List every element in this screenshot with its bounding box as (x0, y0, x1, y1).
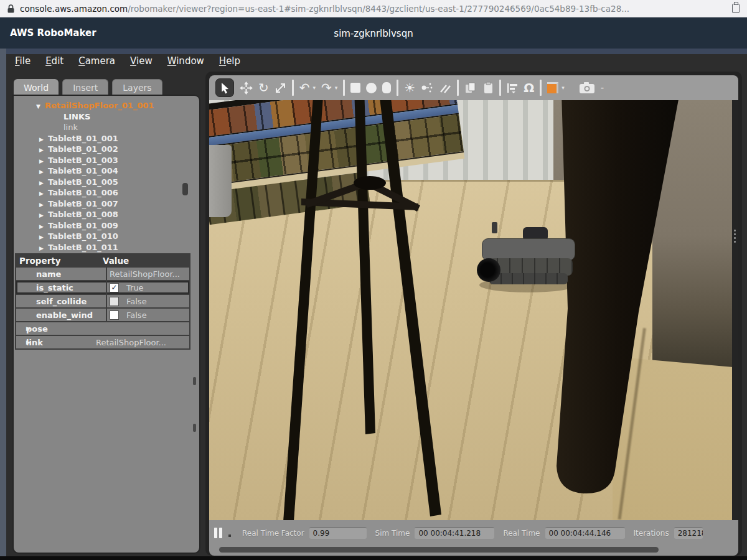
toolbar-separator (343, 80, 345, 96)
expanded-arrow-icon[interactable]: ▼ (36, 101, 45, 113)
scale-tool-icon[interactable] (275, 82, 286, 94)
lock-icon (7, 4, 14, 13)
collapsed-arrow-icon[interactable]: ▶ (16, 325, 26, 332)
select-tool-icon[interactable] (215, 78, 234, 97)
redo-dropdown-icon[interactable]: ▾ (335, 85, 338, 91)
tree-item-tabletb-006[interactable]: ▶TabletB_01_006 (14, 187, 199, 198)
bottom-edge-strip (0, 556, 747, 560)
box-shape-icon[interactable] (350, 83, 360, 93)
tab-world[interactable]: World (14, 79, 59, 96)
iterations-value: 281218 (674, 527, 703, 539)
cylinder-shape-icon[interactable] (382, 82, 391, 93)
collapsed-arrow-icon: ▶ (39, 210, 48, 222)
view-angle-icon[interactable] (547, 82, 558, 93)
tree-item-tabletb-011[interactable]: ▶TabletB_01_011 (14, 242, 199, 253)
toolbar-overflow-icon[interactable]: - (601, 82, 604, 94)
redo-icon[interactable]: ↷ (321, 82, 332, 94)
tree-item-tabletb-004[interactable]: ▶TabletB_01_004 (14, 166, 199, 177)
tab-layers[interactable]: Layers (112, 79, 162, 96)
collapsed-arrow-icon: ▶ (39, 189, 48, 200)
tab-insert[interactable]: Insert (62, 79, 108, 96)
property-column-header: Property (16, 256, 103, 266)
property-grid-header: Property Value (16, 254, 189, 266)
left-edge-strip (0, 49, 6, 556)
check-icon: ✓ (111, 283, 117, 292)
panel-tabs: World Insert Layers (14, 79, 162, 96)
undo-icon[interactable]: ↶ (299, 82, 310, 94)
browser-url-bar[interactable]: console.aws.amazon.com/robomaker/viewer?… (0, 0, 747, 17)
real-time-value: 00 00:04:44.146 (545, 527, 625, 539)
property-row-self-collide[interactable]: self_collide False (16, 294, 189, 307)
menu-camera[interactable]: Camera (78, 55, 115, 67)
property-row-pose[interactable]: ▶ pose (16, 321, 189, 335)
property-row-is-static[interactable]: is_static ✓ True (16, 280, 189, 294)
spot-light-icon[interactable] (421, 82, 433, 93)
translate-tool-icon[interactable] (240, 82, 253, 95)
menu-view[interactable]: View (130, 55, 153, 67)
enable-wind-checkbox[interactable] (110, 310, 119, 320)
tree-item-retailshopfloor[interactable]: ▼RetailShopFloor_01_001 (14, 100, 199, 111)
tree-item-tabletb-008[interactable]: ▶TabletB_01_008 (14, 209, 199, 220)
undo-dropdown-icon[interactable]: ▾ (313, 85, 316, 91)
point-light-icon[interactable]: ☀ (404, 82, 415, 94)
rotate-tool-icon[interactable]: ↻ (258, 82, 269, 94)
collapsed-arrow-icon[interactable]: ▶ (16, 339, 26, 345)
tree-scrollbar-thumb[interactable] (182, 183, 188, 195)
tree-item-link[interactable]: link (14, 122, 199, 133)
tree-item-tabletb-003[interactable]: ▶TabletB_01_003 (14, 155, 199, 166)
toolbar-separator (499, 80, 501, 96)
gazebo-3d-scene[interactable] (209, 100, 738, 520)
tree-item-tabletb-005[interactable]: ▶TabletB_01_005 (14, 177, 199, 188)
viewport-right-scrollbar[interactable] (732, 100, 738, 520)
collapsed-arrow-icon: ▶ (39, 145, 48, 156)
snap-tool-icon[interactable]: Ω (524, 82, 534, 94)
clipboard-icon[interactable] (732, 4, 740, 13)
header-divider (0, 49, 747, 54)
menu-window[interactable]: Window (167, 55, 204, 67)
gazebo-toolbar: ↻ ↶ ▾ ↷ ▾ ☀ (209, 75, 738, 100)
paste-icon[interactable] (482, 82, 494, 94)
browser-window: console.aws.amazon.com/robomaker/viewer?… (0, 0, 747, 560)
toolbar-separator (292, 80, 294, 96)
property-row-link[interactable]: ▶ link RetailShopFloor... (16, 335, 189, 348)
panel-scroll-mark (193, 377, 196, 385)
tree-item-links[interactable]: LINKS (14, 111, 199, 123)
sphere-shape-icon[interactable] (366, 83, 377, 93)
sim-time-value: 00 00:04:41.218 (415, 527, 494, 539)
property-row-enable-wind[interactable]: enable_wind False (16, 307, 189, 321)
tree-item-tabletb-001[interactable]: ▶TabletB_01_001 (14, 133, 199, 144)
horizontal-scrollbar-thumb[interactable] (219, 547, 659, 553)
menu-help[interactable]: Help (219, 55, 240, 67)
step-dot (228, 534, 231, 537)
self-collide-checkbox[interactable] (110, 297, 119, 306)
turtlebot-robot (482, 222, 576, 288)
tree-item-tabletb-009[interactable]: ▶TabletB_01_009 (14, 220, 199, 231)
menu-file[interactable]: File (15, 55, 31, 67)
menu-bar: File Edit Camera View Window Help (15, 55, 240, 67)
robot-base-layer (489, 273, 568, 284)
table-leg-pillar (557, 100, 680, 493)
collapsed-arrow-icon: ▶ (39, 232, 48, 243)
property-row-name[interactable]: name RetailShopFloor... (16, 266, 189, 280)
collapsed-arrow-icon: ▶ (39, 243, 48, 253)
copy-icon[interactable] (464, 82, 477, 94)
gazebo-viewport: ↻ ↶ ▾ ↷ ▾ ☀ (205, 72, 742, 556)
toolbar-separator (540, 80, 542, 96)
viewport-horizontal-scrollbar[interactable] (209, 546, 738, 556)
menu-edit[interactable]: Edit (45, 55, 63, 67)
rtf-value: 0.99 (309, 527, 367, 539)
gzclient-app: File Edit Camera View Window Help World … (0, 49, 747, 556)
iterations-label: Iterations (634, 529, 669, 538)
is-static-checkbox[interactable]: ✓ (110, 283, 119, 292)
align-tool-icon[interactable] (507, 83, 518, 93)
url-path: /robomaker/viewer?region=us-east-1#sim-z… (128, 4, 727, 14)
tree-item-tabletb-010[interactable]: ▶TabletB_01_010 (14, 231, 199, 242)
collapsed-arrow-icon: ▶ (39, 167, 48, 178)
directional-light-icon[interactable] (439, 82, 451, 93)
tree-item-tabletb-007[interactable]: ▶TabletB_01_007 (14, 198, 199, 210)
simulation-title: sim-zgknrlblvsqn (0, 28, 747, 39)
pause-button[interactable] (214, 528, 222, 538)
view-angle-dropdown-icon[interactable]: ▾ (561, 85, 565, 91)
tree-item-tabletb-002[interactable]: ▶TabletB_01_002 (14, 144, 199, 155)
screenshot-icon[interactable] (579, 82, 595, 94)
